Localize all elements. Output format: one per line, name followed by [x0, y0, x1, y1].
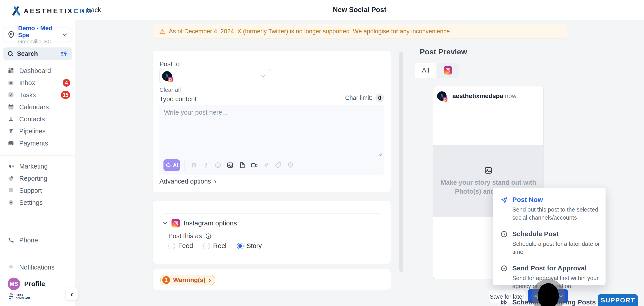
sidebar-item-reporting[interactable]: Reporting [0, 172, 75, 184]
radio-reel[interactable]: Reel [203, 242, 226, 250]
preview-card-header: aesthetixmedspa now [437, 91, 516, 101]
sidebar-item-support[interactable]: Support [0, 184, 75, 197]
preview-tabs: All [415, 63, 459, 78]
post-to-select[interactable] [160, 69, 271, 83]
sidebar-item-notifications[interactable]: Notifications [0, 261, 75, 273]
video-button[interactable] [250, 160, 259, 170]
profile-avatar: MS [8, 277, 20, 290]
brand-logo: AESTHETIXCRM [11, 6, 93, 16]
advanced-options-toggle[interactable]: Advanced options › [160, 177, 216, 185]
instagram-icon [443, 97, 448, 102]
sidebar-item-dashboard[interactable]: Dashboard [0, 65, 75, 77]
robot-icon [165, 162, 172, 168]
sidebar-item-marketing[interactable]: Marketing [0, 160, 75, 172]
radio-story[interactable]: Story [237, 242, 262, 250]
chat-bubble-icon [8, 187, 14, 194]
account-avatar [162, 71, 172, 81]
chevron-down-icon [62, 31, 68, 38]
tasks-icon [8, 92, 14, 98]
account-name-line: aesthetixmedspa now [452, 92, 516, 100]
location-city: Greenville, SC [18, 39, 59, 45]
brand-x-icon [11, 6, 22, 16]
menu-item-send-for-approval[interactable]: Send Post for Approval Send for approval… [500, 264, 598, 290]
sidebar-item-inbox[interactable]: Inbox 4 [0, 77, 75, 89]
funnel-icon [8, 128, 14, 135]
radio-circle [168, 243, 175, 249]
location-switcher[interactable]: Demo - Med Spa Greenville, SC [3, 28, 72, 42]
clear-all-link[interactable]: Clear all [160, 86, 181, 93]
sidebar: AESTHETIXCRM Demo - Med Spa Greenville, … [0, 0, 75, 306]
italic-button[interactable]: I [202, 160, 210, 170]
instagram-icon [172, 219, 180, 227]
menu-item-post-now[interactable]: Post Now Send out this post to the selec… [500, 196, 598, 222]
post-type-radios: Feed Reel Story [168, 242, 262, 250]
char-limit-label: Char limit: [345, 95, 372, 101]
megaphone-icon [8, 163, 14, 170]
hipaa-text: HIPAACOMPLIANT [16, 294, 30, 300]
sidebar-item-payments[interactable]: Payments [0, 137, 75, 149]
sidebar-collapse-button[interactable]: ‹ [66, 288, 78, 300]
radio-feed[interactable]: Feed [168, 242, 193, 250]
brand-name: AESTHETIXCRM [24, 7, 93, 15]
ai-assistant-button[interactable]: AI [164, 159, 180, 171]
inbox-icon [8, 80, 14, 86]
menu-item-schedule-recurring[interactable]: Schedule Recurring Posts Schedule a recu… [500, 298, 598, 306]
warnings-count-badge: 1 [162, 276, 170, 284]
image-button[interactable] [226, 160, 234, 170]
bold-button[interactable]: B [190, 160, 198, 170]
sidebar-item-calendars[interactable]: Calendars [0, 101, 75, 113]
sidebar-item-tasks[interactable]: Tasks 15 [0, 89, 75, 101]
sidebar-item-contacts[interactable]: Contacts [0, 113, 75, 125]
scrollbar-track [399, 45, 404, 280]
file-button[interactable] [238, 160, 247, 170]
tag-button[interactable] [274, 160, 283, 170]
support-button[interactable]: SUPPORT [598, 294, 638, 306]
phone-icon [8, 237, 14, 243]
hashtag-button[interactable]: # [262, 160, 271, 170]
emoji-button[interactable] [214, 160, 222, 170]
instagram-options-header[interactable]: Instagram options [162, 219, 237, 227]
card-divider [163, 213, 380, 214]
instagram-options-title: Instagram options [184, 219, 237, 227]
gear-icon [8, 199, 14, 206]
scrollbar-thumb[interactable] [399, 52, 404, 272]
location-button[interactable] [286, 160, 295, 170]
tabs-underline [415, 78, 640, 78]
radio-circle [203, 243, 210, 249]
page-title: New Social Post [75, 0, 644, 20]
post-preview-title: Post Preview [420, 48, 467, 56]
calendar-icon [8, 104, 14, 110]
sidebar-item-pipelines[interactable]: Pipelines [0, 125, 75, 137]
map-pin-icon [7, 31, 16, 39]
resize-handle[interactable] [376, 151, 382, 157]
instagram-icon [444, 66, 452, 75]
search-icon [7, 50, 14, 57]
sidebar-item-profile[interactable]: MS Profile [0, 277, 75, 291]
tab-all[interactable]: All [415, 63, 436, 78]
badge-check-icon [500, 264, 508, 272]
caduceus-icon [8, 292, 14, 301]
sidebar-item-settings[interactable]: Settings [0, 197, 75, 209]
tab-instagram[interactable] [437, 63, 459, 78]
sidebar-notifications-section: Notifications [0, 261, 75, 273]
sidebar-phone-section: Phone [0, 234, 75, 246]
info-icon[interactable] [205, 233, 212, 239]
sidebar-item-phone[interactable]: Phone [0, 234, 75, 246]
type-content-label: Type content [160, 95, 196, 103]
hipaa-badge: HIPAACOMPLIANT [8, 292, 30, 301]
menu-item-schedule-post[interactable]: Schedule Post Schedule a post for a late… [500, 230, 598, 256]
post-this-as-row: Post this as [168, 232, 212, 240]
radio-circle-checked [237, 243, 244, 249]
search-input[interactable]: Search [3, 48, 72, 60]
instagram-icon [168, 77, 173, 82]
chevron-down-icon [260, 73, 266, 79]
top-bar: New Social Post ‹ Back [75, 0, 644, 20]
composer-card: Post to Clear all Type content Char limi… [153, 51, 391, 192]
sidebar-divider [0, 155, 75, 156]
char-limit: Char limit: 0 [345, 94, 384, 102]
warnings-pill[interactable]: 1 Warning(s) › [160, 275, 215, 285]
post-content-input[interactable] [164, 108, 372, 152]
image-placeholder-icon [484, 166, 493, 175]
composer-toolbar: AI B I # [164, 159, 298, 171]
inbox-badge: 4 [62, 79, 70, 87]
